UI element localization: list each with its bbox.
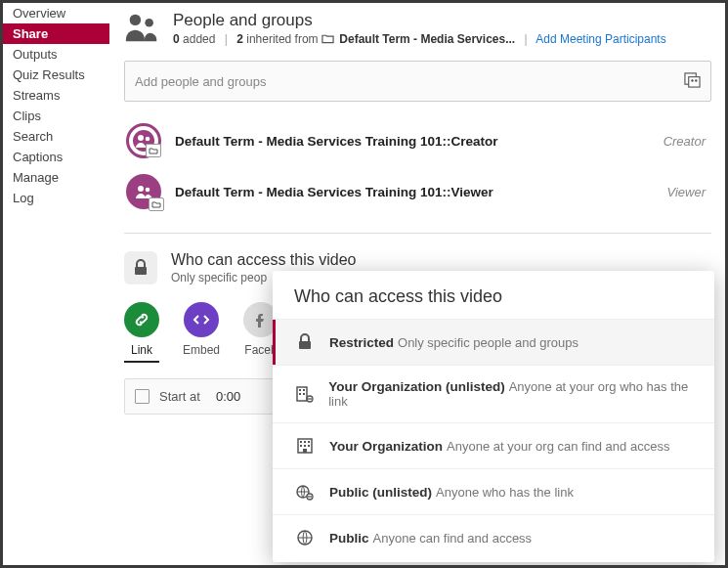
building-link-icon: [294, 385, 315, 403]
share-tab-link[interactable]: Link: [124, 302, 159, 363]
start-at-label: Start at: [159, 389, 200, 404]
svg-rect-11: [299, 341, 311, 349]
group-row-creator[interactable]: Default Term - Media Services Training 1…: [124, 115, 711, 166]
svg-point-8: [138, 186, 144, 192]
group-role: Viewer: [666, 185, 706, 199]
group-role: Creator: [664, 134, 706, 149]
access-option-label: Your Organization: [329, 439, 443, 454]
group-name: Default Term - Media Services Training 1…: [175, 185, 666, 199]
svg-rect-10: [135, 267, 147, 275]
svg-point-4: [691, 79, 693, 81]
sidebar-item-log[interactable]: Log: [3, 188, 109, 208]
svg-rect-23: [304, 445, 306, 447]
sidebar-item-manage[interactable]: Manage: [3, 167, 109, 188]
sidebar-item-clips[interactable]: Clips: [3, 106, 109, 126]
svg-point-0: [130, 15, 141, 25]
sidebar-item-outputs[interactable]: Outputs: [3, 44, 109, 65]
add-people-input[interactable]: Add people and groups: [124, 61, 711, 102]
directory-icon[interactable]: [684, 71, 701, 91]
header-subtitle: 0 added | 2 inherited from Default Term …: [173, 32, 666, 46]
svg-point-1: [145, 19, 153, 27]
sidebar-item-quiz-results[interactable]: Quiz Results: [3, 65, 109, 85]
svg-rect-24: [308, 445, 310, 447]
inherited-label: inherited from: [246, 32, 318, 46]
group-row-viewer[interactable]: Default Term - Media Services Training 1…: [124, 166, 711, 217]
access-option-label: Your Organization (unlisted): [328, 379, 505, 394]
access-popup-title: Who can access this video: [273, 271, 714, 319]
svg-rect-19: [300, 441, 302, 443]
sidebar: Overview Share Outputs Quiz Results Stre…: [3, 3, 110, 565]
svg-rect-14: [303, 389, 305, 391]
folder-badge-icon: [146, 144, 161, 157]
inherited-count: 2: [236, 32, 243, 46]
group-name: Default Term - Media Services Training 1…: [175, 134, 664, 149]
lock-icon: [294, 333, 316, 351]
svg-rect-15: [299, 393, 301, 395]
access-option-desc: Anyone can find and access: [373, 531, 533, 546]
page-title: People and groups: [173, 11, 666, 30]
svg-point-7: [146, 137, 150, 142]
share-tab-embed[interactable]: Embed: [183, 302, 220, 363]
access-option-desc: Anyone who has the link: [436, 485, 574, 500]
svg-point-6: [138, 135, 144, 141]
svg-rect-22: [300, 445, 302, 447]
access-option-public-unlisted[interactable]: Public (unlisted)Anyone who has the link: [273, 468, 714, 514]
access-option-label: Public (unlisted): [329, 485, 432, 500]
sidebar-item-streams[interactable]: Streams: [3, 85, 109, 106]
sidebar-item-overview[interactable]: Overview: [3, 3, 109, 23]
add-meeting-participants-link[interactable]: Add Meeting Participants: [535, 32, 665, 46]
added-count: 0: [173, 32, 180, 46]
group-avatar-icon: [126, 174, 161, 209]
access-option-restricted[interactable]: RestrictedOnly specific people and group…: [273, 319, 714, 365]
access-option-org[interactable]: Your OrganizationAnyone at your org can …: [273, 422, 714, 468]
start-at-checkbox[interactable]: [135, 389, 150, 404]
building-icon: [294, 437, 316, 455]
lock-icon: [124, 251, 157, 284]
start-at-time[interactable]: 0:00: [216, 389, 240, 404]
access-popup: Who can access this video RestrictedOnly…: [273, 271, 714, 562]
folder-badge-icon: [149, 197, 164, 211]
svg-rect-3: [689, 77, 700, 87]
globe-link-icon: [294, 483, 316, 501]
divider: [124, 233, 711, 234]
svg-rect-25: [303, 449, 307, 453]
svg-rect-21: [308, 441, 310, 443]
svg-rect-16: [303, 393, 305, 395]
sidebar-item-share[interactable]: Share: [3, 23, 109, 44]
access-option-label: Public: [329, 531, 369, 546]
access-option-public[interactable]: PublicAnyone can find and access: [273, 514, 714, 560]
group-avatar-icon: [126, 123, 161, 158]
svg-rect-20: [304, 441, 306, 443]
access-option-org-unlisted[interactable]: Your Organization (unlisted)Anyone at yo…: [273, 365, 714, 422]
access-option-desc: Anyone at your org can find and access: [447, 439, 669, 454]
access-title: Who can access this video: [171, 251, 356, 269]
people-icon: [124, 11, 161, 47]
sidebar-item-search[interactable]: Search: [3, 126, 109, 147]
share-tab-label: Link: [131, 343, 152, 357]
share-tab-label: Embed: [183, 343, 220, 357]
svg-point-9: [146, 188, 150, 193]
access-option-desc: Only specific people and groups: [398, 335, 578, 350]
inherited-folder[interactable]: Default Term - Media Services...: [339, 32, 515, 46]
svg-rect-13: [299, 389, 301, 391]
globe-icon: [294, 529, 316, 546]
added-label: added: [183, 32, 215, 46]
access-option-label: Restricted: [329, 335, 394, 350]
svg-rect-12: [297, 387, 307, 401]
folder-icon: [321, 32, 336, 46]
sidebar-item-captions[interactable]: Captions: [3, 147, 109, 167]
svg-point-5: [695, 79, 697, 81]
add-people-placeholder: Add people and groups: [135, 74, 266, 89]
